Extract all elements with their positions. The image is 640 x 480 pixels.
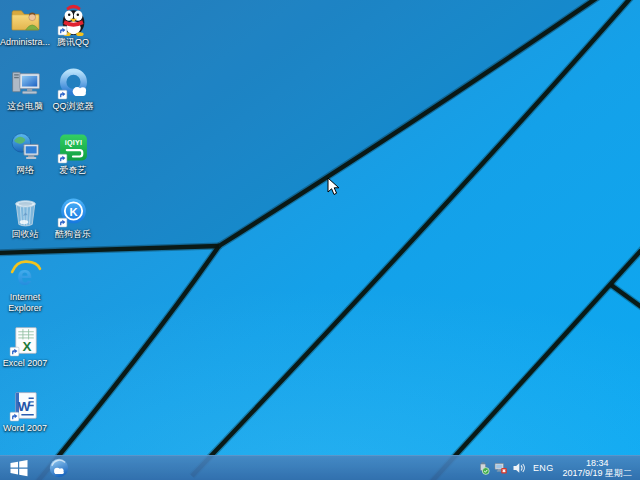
desktop-icon-kugou-music[interactable]: K 酷狗音乐 (45, 195, 101, 240)
icon-label: 腾讯QQ (45, 37, 101, 48)
system-tray: ENG 18:34 2017/9/19 星期二 (476, 458, 640, 478)
desktop-icon-internet-explorer[interactable]: e Internet Explorer (0, 258, 53, 314)
desktop-icon-word-2007[interactable]: W Word 2007 (0, 389, 53, 434)
usb-safely-remove-icon[interactable] (476, 461, 490, 475)
language-indicator[interactable]: ENG (530, 463, 558, 473)
shortcut-arrow-badge (58, 90, 67, 99)
qq-browser-taskbar-icon (48, 457, 70, 479)
shortcut-arrow-badge (10, 412, 19, 421)
desktop-icon-iqiyi[interactable]: iQIYI 爱奇艺 (45, 131, 101, 176)
recycle-bin-icon (9, 195, 42, 228)
desktop-icon-qq-browser[interactable]: QQ浏览器 (45, 67, 101, 112)
start-button[interactable] (0, 456, 38, 480)
svg-text:iQIYI: iQIYI (64, 138, 81, 147)
iqiyi-icon: iQIYI (57, 131, 90, 164)
excel-icon: X (9, 324, 42, 357)
windows-logo-icon (10, 459, 28, 477)
tray-date: 2017/9/19 星期二 (562, 468, 632, 478)
word-icon: W (9, 389, 42, 422)
desktop-icon-tencent-qq[interactable]: 腾讯QQ (45, 3, 101, 48)
taskbar-qq-browser-button[interactable] (42, 456, 76, 480)
volume-icon[interactable] (512, 461, 526, 475)
mouse-cursor (327, 177, 340, 196)
taskbar: ENG 18:34 2017/9/19 星期二 (0, 455, 640, 480)
network-error-icon[interactable] (494, 461, 508, 475)
icon-label: Excel 2007 (0, 358, 53, 369)
tray-time: 18:34 (562, 458, 632, 468)
shortcut-arrow-badge (10, 347, 19, 356)
kugou-music-icon: K (57, 195, 90, 228)
svg-text:X: X (22, 339, 31, 354)
network-globe-icon (9, 131, 42, 164)
qq-penguin-icon (57, 3, 90, 36)
icon-label: 爱奇艺 (45, 165, 101, 176)
icon-label: 酷狗音乐 (45, 229, 101, 240)
svg-text:e: e (17, 261, 32, 291)
icon-label: Word 2007 (0, 423, 53, 434)
qq-browser-icon (57, 67, 90, 100)
shortcut-arrow-badge (58, 26, 67, 35)
internet-explorer-icon: e (9, 258, 42, 291)
svg-text:W: W (17, 399, 30, 414)
tray-clock[interactable]: 18:34 2017/9/19 星期二 (562, 458, 634, 478)
desktop-icon-excel-2007[interactable]: X Excel 2007 (0, 324, 53, 369)
shortcut-arrow-badge (58, 218, 67, 227)
shortcut-arrow-badge (58, 154, 67, 163)
icon-label: QQ浏览器 (45, 101, 101, 112)
desktop: Administra... 这台电脑 网络 (0, 0, 640, 480)
computer-icon (9, 67, 42, 100)
svg-text:K: K (69, 206, 78, 218)
icon-label: Internet Explorer (0, 292, 53, 314)
user-folder-icon (9, 3, 42, 36)
